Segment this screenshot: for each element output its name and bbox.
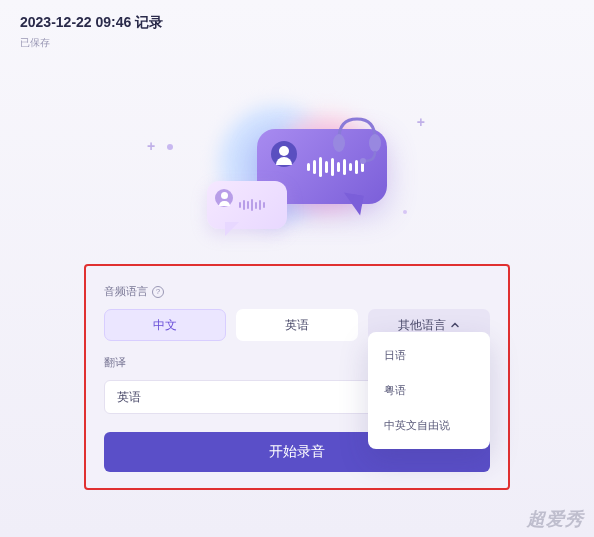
- lang-pill-chinese[interactable]: 中文: [104, 309, 226, 341]
- translate-label: 翻译: [104, 355, 126, 370]
- avatar-icon: [271, 141, 297, 167]
- translate-value: 英语: [117, 389, 141, 406]
- sparkle-icon: +: [417, 114, 425, 130]
- other-language-dropdown: 日语 粤语 中英文自由说: [368, 332, 490, 449]
- svg-point-0: [333, 134, 345, 152]
- audio-language-label-row: 音频语言 ?: [104, 284, 490, 299]
- svg-point-2: [360, 158, 366, 164]
- audio-language-label: 音频语言: [104, 284, 148, 299]
- speech-bubble-small-icon: [207, 181, 287, 229]
- svg-point-1: [369, 134, 381, 152]
- settings-panel: 音频语言 ? 中文 英语 其他语言 翻译 英语 开始录音 日语 粤语 中英文自由…: [84, 264, 510, 490]
- dropdown-item-japanese[interactable]: 日语: [368, 338, 490, 373]
- dropdown-item-cantonese[interactable]: 粤语: [368, 373, 490, 408]
- hero-illustration: + +: [177, 94, 417, 244]
- avatar-icon: [215, 189, 233, 207]
- dropdown-item-mixed[interactable]: 中英文自由说: [368, 408, 490, 443]
- page-title: 2023-12-22 09:46 记录: [20, 14, 574, 32]
- headset-icon: [327, 109, 387, 169]
- sparkle-icon: +: [147, 138, 155, 154]
- chevron-up-icon: [450, 320, 460, 330]
- header: 2023-12-22 09:46 记录 已保存: [0, 0, 594, 54]
- lang-pill-english[interactable]: 英语: [236, 309, 358, 341]
- waveform-icon: [239, 199, 265, 211]
- help-icon[interactable]: ?: [152, 286, 164, 298]
- save-status: 已保存: [20, 36, 574, 50]
- watermark: 超爱秀: [527, 507, 584, 531]
